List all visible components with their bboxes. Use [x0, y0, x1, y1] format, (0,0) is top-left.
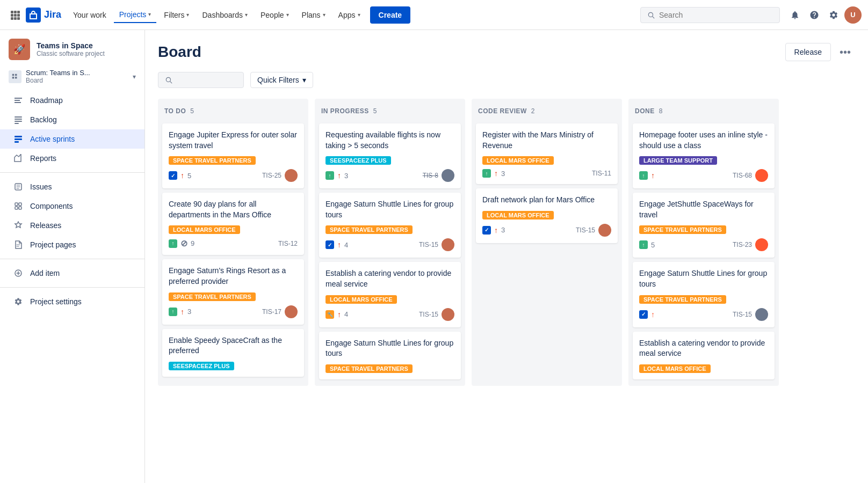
card-tis-68[interactable]: Homepage footer uses an inline style - s…	[633, 123, 775, 188]
card-title: Enable Speedy SpaceCraft as the preferre…	[169, 335, 298, 356]
card-tis-15-catering[interactable]: Establish a catering vendor to provide m…	[319, 262, 461, 327]
card-avatar	[285, 169, 298, 182]
column-inprogress-count: 5	[373, 107, 377, 115]
card-tis-23[interactable]: Engage JetShuttle SpaceWays for travel S…	[633, 193, 775, 258]
card-footer: ↑ ↑ 3 TIS-17	[169, 305, 298, 318]
card-label: SPACE TRAVEL PARTNERS	[639, 295, 726, 304]
card-partial-done[interactable]: Establish a catering vendor to provide m…	[633, 332, 775, 379]
settings-nav-icon	[13, 296, 24, 307]
card-label: LARGE TEAM SUPPORT	[639, 156, 717, 165]
svg-rect-7	[14, 17, 17, 20]
card-label: SPACE TRAVEL PARTNERS	[326, 364, 413, 373]
grid-icon[interactable]	[6, 6, 24, 24]
jira-logo[interactable]: Jira	[26, 8, 61, 23]
card-avatar	[755, 238, 768, 251]
sidebar-item-active-sprints[interactable]: Active sprints	[0, 129, 144, 149]
logo-text: Jira	[44, 9, 61, 20]
help-button[interactable]	[806, 6, 823, 24]
column-todo-title: TO DO	[164, 107, 186, 115]
sidebar-item-releases[interactable]: Releases	[0, 216, 144, 235]
card-id: TIS-12	[278, 240, 298, 247]
card-avatar	[598, 224, 611, 237]
filter-search[interactable]	[158, 72, 244, 88]
card-footer: ↑ ↑ TIS-68	[639, 169, 768, 182]
nav-your-work[interactable]: Your work	[68, 8, 112, 23]
more-options-button[interactable]: •••	[835, 44, 855, 61]
nav-plans[interactable]: Plans ▾	[296, 8, 331, 23]
nav-apps[interactable]: Apps ▾	[333, 8, 366, 23]
sidebar-project-header: 🚀 Teams in Space Classic software projec…	[0, 30, 144, 64]
apps-chevron: ▾	[358, 12, 360, 18]
card-tis-17[interactable]: Engage Saturn's Rings Resort as a prefer…	[162, 259, 304, 324]
card-id: TIS-8	[423, 172, 438, 179]
sidebar-item-components[interactable]: Components	[0, 196, 144, 216]
card-avatar	[755, 169, 768, 182]
card-count: 3	[501, 226, 505, 234]
svg-rect-20	[15, 138, 22, 140]
card-label: LOCAL MARS OFFICE	[326, 295, 397, 304]
card-tis-12[interactable]: Create 90 day plans for all departments …	[162, 193, 304, 255]
svg-rect-21	[15, 141, 19, 143]
create-button[interactable]: Create	[370, 6, 411, 24]
column-codereview-header: CODE REVIEW 2	[476, 105, 618, 119]
card-tis-11[interactable]: Register with the Mars Ministry of Reven…	[476, 123, 618, 184]
sidebar-item-add-item[interactable]: Add item	[0, 264, 144, 283]
search-input[interactable]	[659, 11, 766, 19]
card-count: 5	[187, 172, 191, 180]
sidebar-item-backlog[interactable]: Backlog	[0, 110, 144, 129]
add-icon	[13, 268, 24, 279]
card-avatar	[442, 238, 454, 251]
column-todo-count: 5	[190, 107, 194, 115]
sidebar-item-reports[interactable]: Reports	[0, 149, 144, 168]
card-partial-todo[interactable]: Enable Speedy SpaceCraft as the preferre…	[162, 329, 304, 377]
card-footer: ✓ ↑ 4 TIS-15	[326, 238, 454, 251]
release-button[interactable]: Release	[785, 43, 831, 61]
card-label: SPACE TRAVEL PARTNERS	[326, 225, 413, 234]
sidebar-item-project-pages[interactable]: Project pages	[0, 235, 144, 254]
settings-button[interactable]	[825, 6, 842, 24]
components-icon	[13, 201, 24, 211]
svg-rect-12	[15, 74, 17, 76]
card-tis-15-done[interactable]: Engage Saturn Shuttle Lines for group to…	[633, 262, 775, 327]
card-partial-inprog[interactable]: Engage Saturn Shuttle Lines for group to…	[319, 332, 461, 379]
column-todo: TO DO 5 Engage Jupiter Express for outer…	[158, 99, 308, 386]
sidebar-scrum-header[interactable]: Scrum: Teams in S... Board ▾	[0, 64, 144, 89]
priority-up-icon: ↑	[651, 310, 655, 319]
nav-people[interactable]: People ▾	[255, 8, 294, 23]
sidebar-item-roadmap[interactable]: Roadmap	[0, 91, 144, 110]
card-title: Engage Saturn's Rings Resort as a prefer…	[169, 266, 298, 287]
priority-high-icon: ↑	[180, 308, 184, 316]
card-avatar	[442, 308, 454, 321]
sidebar-item-issues[interactable]: Issues	[0, 177, 144, 196]
column-todo-header: TO DO 5	[162, 105, 304, 119]
board-columns: TO DO 5 Engage Jupiter Express for outer…	[158, 99, 855, 397]
board-title: Board	[158, 43, 201, 61]
user-avatar[interactable]: U	[844, 6, 862, 24]
column-inprogress-title: IN PROGRESS	[321, 107, 369, 115]
nav-dashboards[interactable]: Dashboards ▾	[197, 8, 253, 23]
nav-filters[interactable]: Filters ▾	[158, 8, 194, 23]
card-title: Homepage footer uses an inline style - s…	[639, 130, 768, 151]
notifications-button[interactable]	[786, 6, 804, 24]
scrum-icon	[9, 70, 21, 83]
column-codereview-title: CODE REVIEW	[478, 107, 527, 115]
card-tis-15-draft[interactable]: Draft network plan for Mars Office LOCAL…	[476, 188, 618, 243]
pages-icon	[13, 239, 24, 250]
people-chevron: ▾	[286, 12, 289, 18]
svg-rect-11	[12, 74, 15, 76]
quick-filters-button[interactable]: Quick Filters ▾	[250, 72, 313, 88]
filter-input[interactable]	[177, 76, 236, 84]
plans-chevron: ▾	[323, 12, 326, 18]
card-id: TIS-11	[592, 170, 611, 177]
story-icon: ✓	[326, 240, 334, 249]
card-tis-15-inprog[interactable]: Engage Saturn Shuttle Lines for group to…	[319, 193, 461, 258]
sidebar-item-project-settings[interactable]: Project settings	[0, 292, 144, 311]
nav-projects[interactable]: Projects ▾	[114, 7, 157, 23]
card-tis-25[interactable]: Engage Jupiter Express for outer solar s…	[162, 123, 304, 188]
search-bar[interactable]	[640, 7, 780, 23]
sidebar-nav: Roadmap Backlog Active sprints	[0, 89, 144, 313]
block-icon: ⊘	[180, 238, 187, 248]
sidebar-divider-3	[0, 287, 144, 288]
card-tis-8[interactable]: Requesting available flights is now taki…	[319, 123, 461, 188]
card-id: TIS-25	[262, 172, 281, 179]
